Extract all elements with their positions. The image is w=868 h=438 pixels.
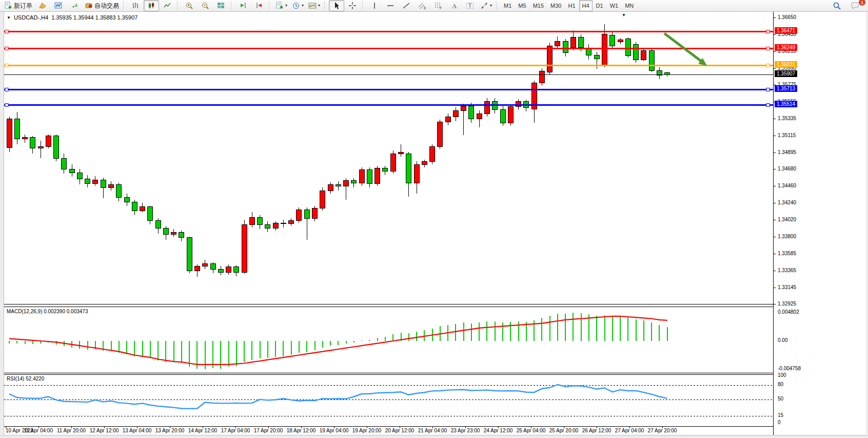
rsi-axis-label: 15 <box>778 412 783 418</box>
tick-mark <box>774 169 776 169</box>
tile-windows-icon <box>217 2 225 10</box>
timeframe-h1-button[interactable]: H1 <box>565 0 578 11</box>
macd-indicator-panel[interactable] <box>4 307 773 373</box>
new-order-button[interactable]: 新订单 <box>2 0 34 11</box>
time-axis-label: 11 Apr 20:00 <box>57 428 86 433</box>
window-left-edge <box>0 12 4 434</box>
ohlc-bars-icon <box>131 2 140 10</box>
time-tick-mark <box>170 426 170 428</box>
timeframe-h4-button[interactable]: H4 <box>579 0 593 11</box>
toolbar-separator <box>324 2 327 10</box>
text-label-button[interactable]: T <box>462 0 478 11</box>
timeframe-mn-button[interactable]: MN <box>622 0 637 11</box>
autotrading-label: 自动交易 <box>94 2 119 10</box>
time-tick-mark <box>235 426 236 428</box>
timeframe-m5-button[interactable]: M5 <box>515 0 529 11</box>
chart-shift-button[interactable] <box>251 0 267 11</box>
arrows-dropdown[interactable]: ▾ <box>478 0 494 11</box>
time-axis-label: 11 Apr 04:00 <box>24 428 53 433</box>
horizontal-line-icon <box>386 2 394 10</box>
svg-text:T: T <box>468 3 471 9</box>
line-chart-button[interactable] <box>160 0 175 11</box>
line-chart-icon <box>163 2 171 10</box>
text-icon: A <box>450 2 458 10</box>
period-dropdown[interactable]: ▾ <box>290 0 306 11</box>
channel-icon: E <box>418 2 426 10</box>
axis-tick-label: 1.34895 <box>778 149 796 155</box>
crosshair-button[interactable] <box>345 0 360 11</box>
template-dropdown[interactable]: ▾ <box>306 0 322 11</box>
tick-mark <box>774 203 776 203</box>
axis-tick-label: 1.36650 <box>778 14 796 20</box>
tick-mark <box>774 237 776 237</box>
time-tick-mark <box>629 426 630 428</box>
timeframe-d1-button[interactable]: D1 <box>593 0 606 11</box>
toolbar-separator <box>231 2 233 10</box>
time-axis-label: 18 Apr 12:00 <box>287 428 316 433</box>
chart-symbol-period: USDCAD-,H4 <box>14 14 48 21</box>
tick-mark <box>774 304 776 304</box>
chart-window-button[interactable] <box>51 0 66 11</box>
horizontal-line-button[interactable] <box>383 0 398 11</box>
hline-price-label: 1.35713 <box>775 85 797 92</box>
time-tick-mark <box>104 426 105 428</box>
price-axis[interactable]: 1.366501.364301.362101.359901.357751.355… <box>773 12 866 435</box>
main-price-chart[interactable] <box>4 12 773 304</box>
channel-button[interactable]: E <box>415 0 430 11</box>
zoom-in-button[interactable] <box>182 0 197 11</box>
chat-button[interactable]: 1 <box>847 0 863 11</box>
search-button[interactable] <box>829 0 844 11</box>
time-axis-label: 19 Apr 04:00 <box>320 428 349 433</box>
time-tick-mark <box>334 426 334 428</box>
timeframe-m30-button[interactable]: M30 <box>547 0 564 11</box>
vertical-line-button[interactable] <box>367 0 382 11</box>
collapse-triangle-icon[interactable]: ▼ <box>7 15 11 20</box>
trendline-button[interactable] <box>399 0 414 11</box>
time-tick-mark <box>564 426 564 428</box>
text-button[interactable]: A <box>446 0 462 11</box>
timeframe-m15-button[interactable]: M15 <box>530 0 547 11</box>
time-tick-mark <box>301 426 302 428</box>
rsi-indicator-panel[interactable] <box>4 374 773 427</box>
time-axis-label: 26 Apr 12:00 <box>582 428 611 433</box>
axis-tick-label: 1.35115 <box>778 132 796 138</box>
tick-mark <box>774 68 776 69</box>
autotrading-button[interactable]: 自动交易 <box>83 0 121 11</box>
time-tick-mark <box>662 426 663 428</box>
time-tick-mark <box>432 426 433 428</box>
zoom-out-icon <box>201 2 209 10</box>
styler-button[interactable] <box>35 0 50 11</box>
tick-mark <box>774 186 776 186</box>
time-axis-label: 27 Apr 04:00 <box>615 428 644 433</box>
macd-axis-label: 0.00 <box>778 337 787 343</box>
hline-price-label: 1.35514 <box>775 101 797 107</box>
fibonacci-button[interactable]: F <box>430 0 446 11</box>
new-chart-dropdown[interactable]: ▾ <box>273 0 289 11</box>
hline-price-label: 1.36471 <box>775 27 797 34</box>
trendline-icon <box>402 2 410 10</box>
toolbar-separator <box>269 2 271 10</box>
timeframe-m1-button[interactable]: M1 <box>501 0 515 11</box>
signal-button[interactable] <box>67 0 82 11</box>
toolbar-separator <box>123 2 126 10</box>
chart-shift-icon <box>255 2 263 10</box>
candlestick-button[interactable] <box>144 0 159 11</box>
time-tick-mark <box>203 426 203 428</box>
template-chart-icon <box>308 2 317 10</box>
zoom-out-button[interactable] <box>198 0 213 11</box>
scroll-to-end-button[interactable] <box>235 0 251 11</box>
time-axis-label: 23 Apr 23:00 <box>451 428 480 433</box>
fibonacci-icon: F <box>434 2 442 10</box>
tick-mark <box>774 271 776 271</box>
toolbar-separator <box>496 2 499 10</box>
autotrading-icon <box>85 2 93 10</box>
axis-tick-label: 1.35335 <box>778 116 796 121</box>
bar-chart-button[interactable] <box>128 0 143 11</box>
tile-windows-button[interactable] <box>213 0 229 11</box>
chevron-down-icon: ▾ <box>302 4 304 8</box>
time-axis-label: 25 Apr 04:00 <box>517 428 546 433</box>
time-axis-label: 12 Apr 12:00 <box>90 428 119 433</box>
time-axis[interactable]: 10 Apr 202311 Apr 04:0011 Apr 20:0012 Ap… <box>4 427 773 435</box>
cursor-button[interactable] <box>329 0 344 11</box>
timeframe-w1-button[interactable]: W1 <box>607 0 622 11</box>
